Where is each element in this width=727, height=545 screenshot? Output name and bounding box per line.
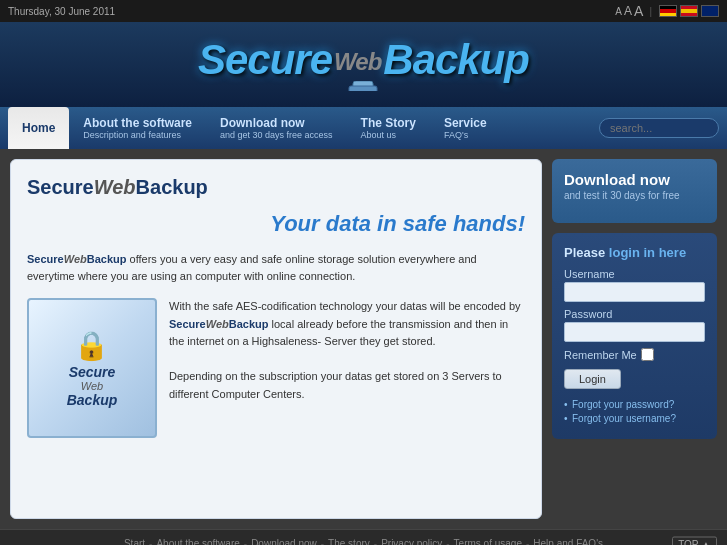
forgot-username-link[interactable]: Forgot your username? [564,413,705,424]
login-button[interactable]: Login [564,369,621,389]
search-box [599,118,719,138]
nav-item-home[interactable]: Home [8,107,69,149]
box-backup: Backup [67,392,118,408]
intro-text: SecureWebBackup offers you a very easy a… [27,251,525,284]
download-subtitle: and test it 30 days for free [564,190,705,201]
box-lock-icon: 🔒 [67,329,118,362]
date-label: Thursday, 30 June 2011 [8,6,115,17]
login-heading: Please login in here [564,245,705,260]
flag-spanish[interactable] [680,5,698,17]
logo: SecureWebBackup [198,36,529,94]
footer-link-start[interactable]: Start [124,538,145,545]
download-box: Download now and test it 30 days for fre… [552,159,717,223]
nav-item-story[interactable]: The Story About us [347,107,430,149]
content-title: SecureWebBackup [27,176,525,199]
top-link[interactable]: TOP ▲ [672,536,717,545]
logo-web: Web [334,48,381,75]
body-description: With the safe AES-codification technolog… [169,298,525,438]
download-title: Download now [564,171,705,188]
navigation: Home About the software Description and … [0,107,727,149]
login-link[interactable]: login in here [609,245,686,260]
nav-item-service[interactable]: Service FAQ's [430,107,501,149]
footer-link-about[interactable]: About the software [156,538,239,545]
text-size-large[interactable]: A [634,3,643,19]
content-panel: SecureWebBackup Your data in safe hands!… [10,159,542,519]
tagline: Your data in safe hands! [27,211,525,237]
footer-link-story[interactable]: The story [328,538,370,545]
title-backup: Backup [136,176,208,198]
footer-link-terms[interactable]: Terms of usage [454,538,522,545]
logo-secure: Secure [198,36,332,83]
box-secure: Secure [67,364,118,380]
flag-german[interactable] [659,5,677,17]
title-secure: Secure [27,176,94,198]
nav-item-about[interactable]: About the software Description and featu… [69,107,206,149]
footer-link-help[interactable]: Help and FAQ's [533,538,603,545]
product-box-image: 🔒 Secure Web Backup [27,298,157,438]
footer: Start - About the software - Download no… [0,529,727,545]
flag-english[interactable] [701,5,719,17]
logo-backup: Backup [383,36,529,83]
sidebar: Download now and test it 30 days for fre… [552,159,717,519]
forgot-password-link[interactable]: Forgot your password? [564,399,705,410]
remember-me-row: Remember Me [564,348,705,361]
footer-link-privacy[interactable]: Privacy policy [381,538,442,545]
title-web: Web [94,176,136,198]
footer-link-download[interactable]: Download now [251,538,317,545]
header: SecureWebBackup [0,22,727,107]
footer-links: Start - About the software - Download no… [8,538,719,545]
main-content: SecureWebBackup Your data in safe hands!… [0,149,727,529]
language-selector[interactable]: A A A | [615,3,719,19]
text-size-medium[interactable]: A [624,4,632,18]
nav-item-download[interactable]: Download now and get 30 days free access [206,107,347,149]
forgot-links: Forgot your password? Forgot your userna… [564,399,705,424]
top-bar: Thursday, 30 June 2011 A A A | [0,0,727,22]
box-web: Web [67,380,118,392]
search-input[interactable] [599,118,719,138]
login-box: Please login in here Username Password R… [552,233,717,439]
password-label: Password [564,308,705,320]
svg-rect-1 [349,86,377,91]
username-input[interactable] [564,282,705,302]
text-size-small[interactable]: A [615,6,622,17]
password-input[interactable] [564,322,705,342]
logo-lock-icon [345,81,381,91]
username-label: Username [564,268,705,280]
remember-me-checkbox[interactable] [641,348,654,361]
content-body: 🔒 Secure Web Backup With the safe AES-co… [27,298,525,438]
